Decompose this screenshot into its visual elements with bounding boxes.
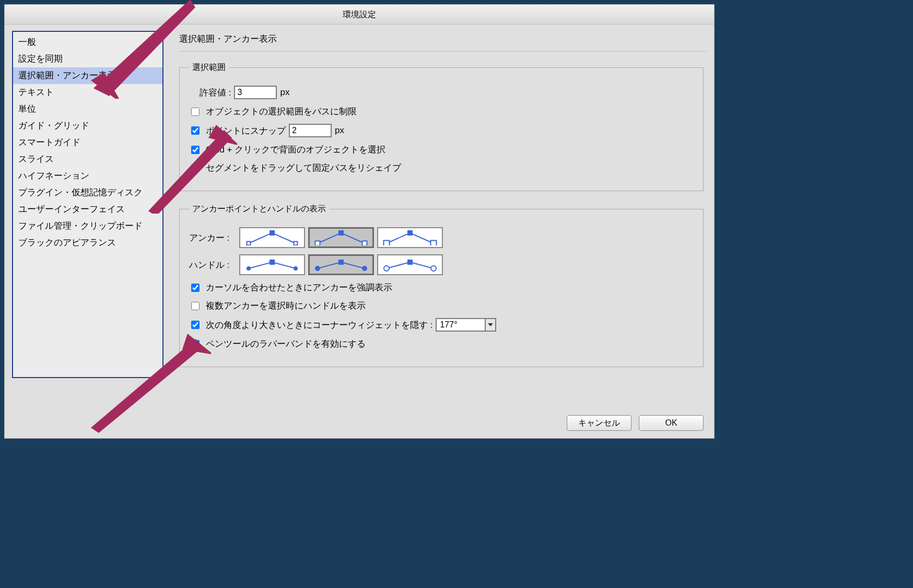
corner-label[interactable]: 次の角度より大きいときにコーナーウィジェットを隠す : — [206, 319, 432, 331]
sidebar-item-3[interactable]: テキスト — [13, 84, 162, 101]
selection-legend: 選択範囲 — [189, 62, 229, 73]
handle-style-option-1[interactable] — [308, 254, 374, 275]
anchors-fieldset: アンカーポイントとハンドルの表示 アンカー : ハンドル : — [179, 204, 704, 367]
svg-rect-7 — [407, 230, 413, 236]
svg-line-20 — [410, 262, 434, 268]
selection-fieldset: 選択範囲 許容値 : px オブジェクトの選択範囲をパスに制限 ポイントにスナッ… — [179, 62, 704, 191]
sidebar-item-12[interactable]: ブラックのアピアランス — [13, 234, 162, 251]
dialog-footer: キャンセル OK — [567, 415, 704, 431]
svg-rect-12 — [270, 260, 275, 265]
svg-rect-8 — [431, 241, 437, 246]
sidebar-item-10[interactable]: ユーザーインターフェイス — [13, 201, 162, 218]
category-sidebar: 一般設定を同期選択範囲・アンカー表示テキスト単位ガイド・グリッドスマートガイドス… — [12, 31, 163, 378]
sidebar-item-5[interactable]: ガイド・グリッド — [13, 117, 162, 134]
svg-point-11 — [247, 266, 251, 271]
anchor-row-label: アンカー : — [189, 232, 236, 244]
corner-checkbox[interactable] — [191, 321, 200, 329]
multi-checkbox[interactable] — [191, 302, 200, 310]
dropdown-arrow-icon[interactable] — [485, 318, 496, 332]
corner-angle-dropdown[interactable] — [436, 318, 496, 332]
svg-rect-6 — [384, 241, 390, 246]
main-panel: 選択範囲・アンカー表示 選択範囲 許容値 : px オブジェクトの選択範囲をパス… — [179, 31, 707, 432]
corner-angle-input[interactable] — [436, 318, 485, 332]
svg-rect-4 — [338, 230, 344, 236]
cancel-button[interactable]: キャンセル — [567, 415, 631, 431]
svg-line-14 — [318, 262, 341, 268]
rubber-checkbox[interactable] — [191, 340, 200, 348]
restrict-label[interactable]: オブジェクトの選択範囲をパスに制限 — [206, 105, 357, 117]
reshape-label[interactable]: セグメントをドラッグして固定パスをリシェイプ — [206, 162, 401, 174]
title-rule — [179, 51, 707, 52]
svg-point-13 — [294, 266, 298, 271]
sidebar-item-4[interactable]: 単位 — [13, 101, 162, 117]
cmdclick-checkbox[interactable] — [191, 146, 200, 154]
restrict-checkbox[interactable] — [191, 108, 200, 116]
dialog-title: 環境設定 — [5, 5, 714, 25]
svg-rect-1 — [270, 230, 275, 236]
svg-line-10 — [272, 262, 296, 268]
svg-point-23 — [431, 266, 436, 271]
svg-rect-0 — [247, 242, 251, 245]
svg-line-19 — [387, 262, 410, 268]
sidebar-item-11[interactable]: ファイル管理・クリップボード — [13, 218, 162, 234]
svg-rect-5 — [362, 241, 367, 246]
svg-rect-3 — [315, 241, 320, 246]
handle-style-group — [239, 254, 443, 275]
rubber-label[interactable]: ペンツールのラバーバンドを有効にする — [206, 338, 366, 350]
anchor-style-group — [239, 227, 443, 248]
highlight-checkbox[interactable] — [191, 284, 200, 292]
anchor-style-option-1[interactable] — [308, 227, 374, 248]
preferences-dialog: 環境設定 一般設定を同期選択範囲・アンカー表示テキスト単位ガイド・グリッドスマー… — [4, 4, 715, 439]
panel-heading: 選択範囲・アンカー表示 — [179, 33, 707, 45]
handle-row-label: ハンドル : — [189, 259, 236, 271]
snap-unit: px — [335, 125, 344, 136]
sidebar-item-2[interactable]: 選択範囲・アンカー表示 — [13, 67, 162, 84]
snap-input[interactable] — [289, 124, 332, 137]
svg-point-21 — [384, 266, 389, 271]
handle-style-option-0[interactable] — [239, 254, 305, 275]
svg-line-15 — [341, 262, 365, 268]
sidebar-item-6[interactable]: スマートガイド — [13, 134, 162, 151]
anchor-style-option-0[interactable] — [239, 227, 305, 248]
svg-point-16 — [315, 266, 320, 271]
anchors-legend: アンカーポイントとハンドルの表示 — [189, 204, 329, 215]
svg-rect-22 — [407, 260, 413, 265]
svg-rect-17 — [338, 260, 344, 265]
snap-checkbox[interactable] — [191, 126, 200, 135]
svg-line-9 — [249, 262, 272, 268]
tolerance-unit: px — [280, 87, 289, 98]
sidebar-item-9[interactable]: プラグイン・仮想記憶ディスク — [13, 184, 162, 201]
multi-label[interactable]: 複数アンカーを選択時にハンドルを表示 — [206, 300, 366, 312]
highlight-label[interactable]: カーソルを合わせたときにアンカーを強調表示 — [206, 281, 392, 293]
svg-point-18 — [362, 266, 367, 271]
sidebar-item-1[interactable]: 設定を同期 — [13, 51, 162, 67]
sidebar-item-7[interactable]: スライス — [13, 151, 162, 168]
cmdclick-label[interactable]: Cmd + クリックで背面のオブジェクトを選択 — [206, 144, 385, 156]
snap-label[interactable]: ポイントにスナップ — [206, 125, 286, 137]
tolerance-input[interactable] — [234, 86, 277, 99]
svg-marker-24 — [488, 323, 493, 326]
anchor-style-option-2[interactable] — [377, 227, 443, 248]
ok-button[interactable]: OK — [639, 415, 704, 431]
reshape-checkbox[interactable] — [191, 164, 200, 172]
tolerance-label: 許容値 : — [200, 87, 231, 99]
sidebar-item-8[interactable]: ハイフネーション — [13, 168, 162, 184]
svg-rect-2 — [294, 242, 298, 245]
handle-style-option-2[interactable] — [377, 254, 443, 275]
sidebar-item-0[interactable]: 一般 — [13, 34, 162, 51]
